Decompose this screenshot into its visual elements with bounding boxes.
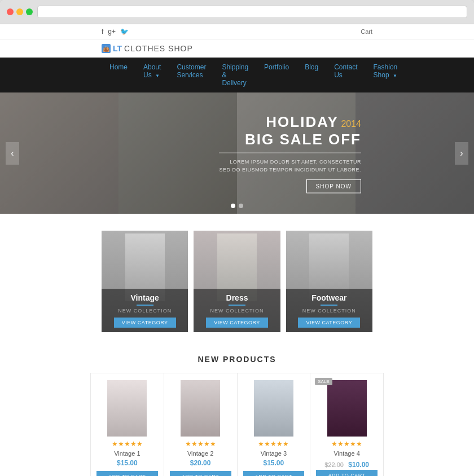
hero-holiday-text: HOLIDAY bbox=[266, 113, 339, 130]
nav-link-customer-services[interactable]: Customer Services bbox=[169, 58, 214, 85]
product-price-3: $15.00 bbox=[243, 459, 305, 467]
browser-window: f g+ 🐦 Cart 👜 LT CLOTHES SHOP Home bbox=[0, 0, 474, 476]
sale-badge: SALE bbox=[315, 378, 332, 385]
hero-sale-text: BIG SALE OFF bbox=[219, 130, 361, 148]
hero-year-text: 2014 bbox=[341, 118, 361, 128]
product-card-2: ★★★★★ Vintage 2 $20.00 ADD TO CART bbox=[164, 373, 238, 476]
product-stars-4: ★★★★★ bbox=[316, 440, 378, 448]
category-vintage-name: Vintage bbox=[102, 293, 188, 302]
logo[interactable]: 👜 LT CLOTHES SHOP bbox=[102, 44, 193, 53]
category-footwear-name: Footwear bbox=[286, 293, 372, 302]
slider-prev-button[interactable]: ‹ bbox=[6, 142, 19, 165]
product-price-original-4: $22.00 bbox=[324, 461, 344, 468]
product-stars-2: ★★★★★ bbox=[170, 440, 231, 448]
slider-dot-2[interactable] bbox=[239, 204, 243, 208]
logo-text-lt: LT bbox=[113, 44, 122, 53]
nav-link-blog[interactable]: Blog bbox=[297, 58, 326, 77]
slider-next-button[interactable]: › bbox=[455, 142, 468, 165]
category-dress-sub: NEW COLLECTION bbox=[194, 308, 280, 314]
nav-link-home[interactable]: Home bbox=[102, 58, 135, 77]
close-button-icon[interactable] bbox=[7, 8, 14, 15]
add-to-cart-button-4[interactable]: ADD TO CART bbox=[316, 470, 378, 476]
new-products-section: NEW PRODUCTS ★★★★★ Vintage 1 $15.00 ADD … bbox=[0, 343, 474, 476]
product-stars-3: ★★★★★ bbox=[243, 440, 305, 448]
categories-section: Vintage NEW COLLECTION VIEW CATEGORY Dre… bbox=[0, 214, 474, 343]
nav-item-home: Home bbox=[102, 58, 135, 92]
main-navigation: Home About Us ▼ Customer Services Shippi… bbox=[0, 58, 474, 92]
maximize-button-icon[interactable] bbox=[26, 8, 33, 15]
add-to-cart-button-2[interactable]: ADD TO CART bbox=[170, 471, 231, 476]
nav-list: Home About Us ▼ Customer Services Shippi… bbox=[102, 58, 372, 92]
product-name-2: Vintage 2 bbox=[170, 450, 231, 457]
nav-link-contact[interactable]: Contact Us bbox=[326, 58, 365, 85]
product-img-1 bbox=[107, 380, 147, 437]
category-footwear-btn[interactable]: VIEW CATEGORY bbox=[298, 318, 360, 328]
category-dress-name: Dress bbox=[194, 293, 280, 302]
product-card-3: ★★★★★ Vintage 3 $15.00 ADD TO CART bbox=[238, 373, 311, 476]
traffic-lights bbox=[7, 8, 33, 15]
category-card-dress[interactable]: Dress NEW COLLECTION VIEW CATEGORY bbox=[194, 231, 280, 332]
address-bar[interactable] bbox=[37, 6, 467, 18]
nav-item-about: About Us ▼ bbox=[135, 58, 169, 92]
new-products-title: NEW PRODUCTS bbox=[90, 355, 384, 364]
product-img-2 bbox=[181, 380, 220, 437]
category-footwear-divider bbox=[321, 305, 337, 306]
product-price-4: $22.00 $10.00 bbox=[316, 459, 378, 469]
product-price-1: $15.00 bbox=[96, 459, 158, 467]
nav-item-contact: Contact Us bbox=[326, 58, 365, 92]
product-card-4: SALE ★★★★★ Vintage 4 $22.00 $10.00 ADD T… bbox=[310, 373, 383, 476]
product-img-4 bbox=[327, 380, 367, 437]
product-stars-1: ★★★★★ bbox=[96, 440, 158, 448]
category-vintage-info: Vintage NEW COLLECTION VIEW CATEGORY bbox=[102, 289, 188, 332]
site-header: 👜 LT CLOTHES SHOP bbox=[0, 39, 474, 58]
hero-content: HOLIDAY 2014 BIG SALE OFF LOREM IPSUM DO… bbox=[219, 113, 361, 193]
logo-icon: 👜 bbox=[102, 44, 111, 53]
category-vintage-divider bbox=[137, 305, 153, 306]
product-name-3: Vintage 3 bbox=[243, 450, 305, 457]
category-vintage-sub: NEW COLLECTION bbox=[102, 308, 188, 314]
category-card-vintage[interactable]: Vintage NEW COLLECTION VIEW CATEGORY bbox=[102, 231, 188, 332]
hero-desc-line2: SED DO EIUSMOD TEMPOR INCIDIDUNT UT LABO… bbox=[219, 167, 361, 173]
product-name-1: Vintage 1 bbox=[96, 450, 158, 457]
nav-link-fashion-shop[interactable]: Fashion Shop ▼ bbox=[366, 58, 406, 85]
hero-desc-line1: LOREM IPSUM DOLOR SIT AMET, CONSECTETUR bbox=[230, 158, 361, 164]
product-img-3 bbox=[254, 380, 293, 437]
slider-dot-1[interactable] bbox=[231, 204, 235, 208]
add-to-cart-button-1[interactable]: ADD TO CART bbox=[96, 471, 158, 476]
minimize-button-icon[interactable] bbox=[16, 8, 23, 15]
category-footwear-sub: NEW COLLECTION bbox=[286, 308, 372, 314]
hero-description: LOREM IPSUM DOLOR SIT AMET, CONSECTETUR … bbox=[219, 157, 361, 174]
hero-headline: HOLIDAY 2014 bbox=[219, 113, 361, 130]
category-card-footwear[interactable]: Footwear NEW COLLECTION VIEW CATEGORY bbox=[286, 231, 372, 332]
product-name-4: Vintage 4 bbox=[316, 450, 378, 457]
hero-divider bbox=[219, 152, 361, 153]
category-footwear-info: Footwear NEW COLLECTION VIEW CATEGORY bbox=[286, 289, 372, 332]
googleplus-icon[interactable]: g+ bbox=[108, 28, 116, 36]
products-grid: ★★★★★ Vintage 1 $15.00 ADD TO CART ★★★★★… bbox=[90, 373, 384, 476]
website-content: f g+ 🐦 Cart 👜 LT CLOTHES SHOP Home bbox=[0, 24, 474, 476]
category-vintage-btn[interactable]: VIEW CATEGORY bbox=[114, 318, 176, 328]
product-price-sale-4: $10.00 bbox=[348, 461, 369, 469]
nav-item-blog: Blog bbox=[297, 58, 326, 92]
category-dress-btn[interactable]: VIEW CATEGORY bbox=[206, 318, 268, 328]
social-icons: f g+ 🐦 bbox=[102, 28, 129, 36]
nav-item-fashion-shop: Fashion Shop ▼ bbox=[366, 58, 406, 92]
hero-shop-now-button[interactable]: SHOP NOW bbox=[306, 179, 361, 193]
browser-chrome bbox=[0, 0, 474, 24]
slider-dots bbox=[231, 204, 243, 208]
cart-link[interactable]: Cart bbox=[361, 28, 372, 35]
nav-link-portfolio[interactable]: Portfolio bbox=[256, 58, 297, 77]
facebook-icon[interactable]: f bbox=[102, 28, 103, 36]
top-bar: f g+ 🐦 Cart bbox=[0, 24, 474, 39]
product-card-1: ★★★★★ Vintage 1 $15.00 ADD TO CART bbox=[91, 373, 164, 476]
category-dress-divider bbox=[229, 305, 245, 306]
category-dress-info: Dress NEW COLLECTION VIEW CATEGORY bbox=[194, 289, 280, 332]
nav-item-customer-services: Customer Services bbox=[169, 58, 214, 92]
nav-link-about[interactable]: About Us ▼ bbox=[135, 58, 169, 85]
nav-link-shipping[interactable]: Shipping & Delivery bbox=[214, 58, 256, 92]
nav-item-shipping: Shipping & Delivery bbox=[214, 58, 256, 92]
twitter-icon[interactable]: 🐦 bbox=[120, 28, 129, 36]
hero-slider: HOLIDAY 2014 BIG SALE OFF LOREM IPSUM DO… bbox=[0, 92, 474, 214]
logo-text-shop: CLOTHES SHOP bbox=[124, 44, 193, 53]
add-to-cart-button-3[interactable]: ADD TO CART bbox=[243, 471, 305, 476]
